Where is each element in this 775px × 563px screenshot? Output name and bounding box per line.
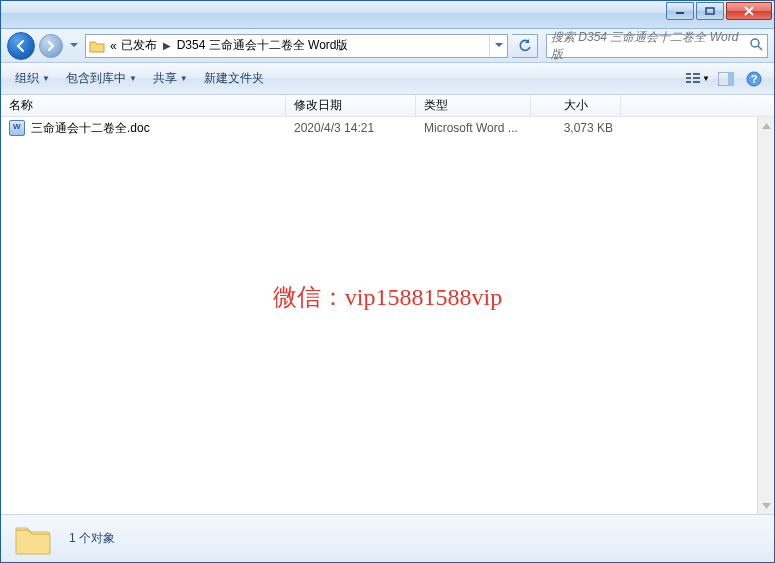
window-controls [666, 2, 772, 20]
maximize-button[interactable] [696, 2, 724, 20]
breadcrumb-prefix: « [108, 39, 119, 53]
share-label: 共享 [153, 70, 177, 87]
svg-rect-7 [693, 77, 700, 79]
column-name[interactable]: 名称 [1, 95, 286, 116]
table-row[interactable]: 三命通会十二卷全.doc 2020/4/3 14:21 Microsoft Wo… [1, 117, 774, 139]
svg-text:?: ? [751, 73, 758, 85]
forward-button[interactable] [39, 34, 63, 58]
chevron-down-icon: ▼ [42, 74, 50, 83]
svg-rect-8 [686, 81, 691, 83]
chevron-down-icon: ▼ [180, 74, 188, 83]
breadcrumb: « 已发布 ▶ D354 三命通会十二卷全 Word版 [108, 37, 351, 54]
minimize-button[interactable] [666, 2, 694, 20]
folder-icon [86, 39, 108, 53]
column-date[interactable]: 修改日期 [286, 95, 416, 116]
file-type: Microsoft Word ... [416, 121, 531, 135]
address-bar[interactable]: « 已发布 ▶ D354 三命通会十二卷全 Word版 [85, 34, 508, 58]
include-menu[interactable]: 包含到库中 ▼ [60, 68, 143, 89]
history-dropdown[interactable] [67, 36, 81, 56]
search-icon [749, 37, 763, 54]
file-list: 三命通会十二卷全.doc 2020/4/3 14:21 Microsoft Wo… [1, 117, 774, 514]
scroll-down-icon[interactable] [758, 497, 774, 514]
refresh-button[interactable] [512, 34, 538, 58]
share-menu[interactable]: 共享 ▼ [147, 68, 194, 89]
chevron-down-icon: ▼ [129, 74, 137, 83]
titlebar [1, 1, 774, 29]
svg-rect-1 [706, 8, 714, 14]
preview-pane-button[interactable] [714, 67, 738, 91]
include-label: 包含到库中 [66, 70, 126, 87]
column-type[interactable]: 类型 [416, 95, 531, 116]
file-name: 三命通会十二卷全.doc [31, 120, 150, 137]
scroll-up-icon[interactable] [758, 117, 774, 134]
column-size[interactable]: 大小 [531, 95, 621, 116]
back-button[interactable] [7, 32, 35, 60]
breadcrumb-item[interactable]: D354 三命通会十二卷全 Word版 [175, 37, 351, 54]
search-placeholder: 搜索 D354 三命通会十二卷全 Word版 [551, 29, 749, 63]
file-date: 2020/4/3 14:21 [286, 121, 416, 135]
command-bar: 组织 ▼ 包含到库中 ▼ 共享 ▼ 新建文件夹 ▼ ? [1, 63, 774, 95]
svg-rect-9 [693, 81, 700, 83]
search-input[interactable]: 搜索 D354 三命通会十二卷全 Word版 [546, 34, 768, 58]
svg-rect-6 [686, 77, 691, 79]
status-count: 1 个对象 [69, 530, 115, 547]
file-size: 3,073 KB [531, 121, 621, 135]
svg-point-2 [751, 39, 759, 47]
navigation-bar: « 已发布 ▶ D354 三命通会十二卷全 Word版 搜索 D354 三命通会… [1, 29, 774, 63]
vertical-scrollbar[interactable] [757, 117, 774, 514]
column-headers: 名称 修改日期 类型 大小 [1, 95, 774, 117]
breadcrumb-item[interactable]: 已发布 [119, 37, 159, 54]
watermark-text: 微信：vip15881588vip [1, 281, 774, 313]
word-doc-icon [9, 120, 25, 136]
organize-label: 组织 [15, 70, 39, 87]
chevron-down-icon: ▼ [702, 74, 710, 83]
status-bar: 1 个对象 [1, 514, 774, 562]
svg-rect-5 [693, 73, 700, 75]
folder-icon [13, 522, 53, 556]
explorer-window: « 已发布 ▶ D354 三命通会十二卷全 Word版 搜索 D354 三命通会… [0, 0, 775, 563]
new-folder-label: 新建文件夹 [204, 70, 264, 87]
svg-rect-11 [728, 72, 734, 86]
close-button[interactable] [726, 2, 772, 20]
help-button[interactable]: ? [742, 67, 766, 91]
svg-rect-0 [676, 12, 684, 14]
svg-line-3 [758, 46, 762, 50]
new-folder-button[interactable]: 新建文件夹 [198, 68, 270, 89]
view-options-button[interactable]: ▼ [686, 67, 710, 91]
svg-rect-4 [686, 73, 691, 75]
organize-menu[interactable]: 组织 ▼ [9, 68, 56, 89]
chevron-right-icon: ▶ [159, 40, 175, 51]
address-dropdown[interactable] [489, 35, 507, 57]
